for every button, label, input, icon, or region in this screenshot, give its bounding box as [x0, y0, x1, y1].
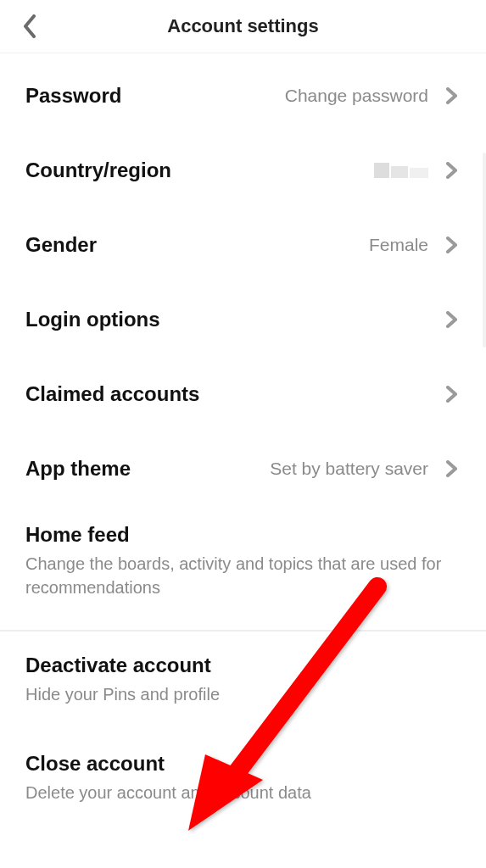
chevron-right-icon	[444, 386, 461, 403]
home-feed-subtitle: Change the boards, activity and topics t…	[25, 552, 461, 599]
back-button[interactable]	[17, 14, 42, 39]
row-gender[interactable]: Gender Female	[0, 208, 486, 282]
home-feed-title: Home feed	[25, 523, 461, 547]
row-right: Set by battery saver	[270, 459, 461, 479]
row-value-gender: Female	[369, 235, 428, 255]
row-right	[374, 162, 461, 179]
deactivate-title: Deactivate account	[25, 654, 461, 677]
row-right	[444, 311, 461, 328]
deactivate-subtitle: Hide your Pins and profile	[25, 682, 461, 706]
close-account-subtitle: Delete your account and account data	[25, 781, 461, 804]
close-account-title: Close account	[25, 752, 461, 776]
row-right: Change password	[285, 86, 461, 106]
settings-list: Password Change password Country/region …	[0, 53, 486, 830]
row-deactivate-account[interactable]: Deactivate account Hide your Pins and pr…	[0, 637, 486, 732]
row-close-account[interactable]: Close account Delete your account and ac…	[0, 732, 486, 830]
section-divider	[0, 630, 486, 632]
row-password[interactable]: Password Change password	[0, 58, 486, 133]
chevron-right-icon	[444, 236, 461, 253]
row-country[interactable]: Country/region	[0, 133, 486, 208]
row-value-theme: Set by battery saver	[270, 459, 428, 479]
row-right	[444, 386, 461, 403]
chevron-left-icon	[22, 14, 37, 38]
header: Account settings	[0, 0, 486, 53]
chevron-right-icon	[444, 460, 461, 477]
scrollbar[interactable]	[483, 153, 486, 348]
row-label-password: Password	[25, 84, 121, 108]
row-label-theme: App theme	[25, 457, 131, 481]
row-label-country: Country/region	[25, 159, 171, 182]
row-value-password: Change password	[285, 86, 428, 106]
row-login-options[interactable]: Login options	[0, 282, 486, 357]
row-label-gender: Gender	[25, 233, 97, 257]
chevron-right-icon	[444, 87, 461, 104]
row-right: Female	[369, 235, 461, 255]
row-app-theme[interactable]: App theme Set by battery saver	[0, 431, 486, 506]
chevron-right-icon	[444, 311, 461, 328]
chevron-right-icon	[444, 162, 461, 179]
redacted-value	[374, 163, 428, 178]
page-title: Account settings	[0, 15, 486, 37]
row-home-feed[interactable]: Home feed Change the boards, activity an…	[0, 506, 486, 625]
row-claimed-accounts[interactable]: Claimed accounts	[0, 357, 486, 431]
row-label-claimed: Claimed accounts	[25, 382, 199, 406]
row-label-login: Login options	[25, 308, 160, 331]
